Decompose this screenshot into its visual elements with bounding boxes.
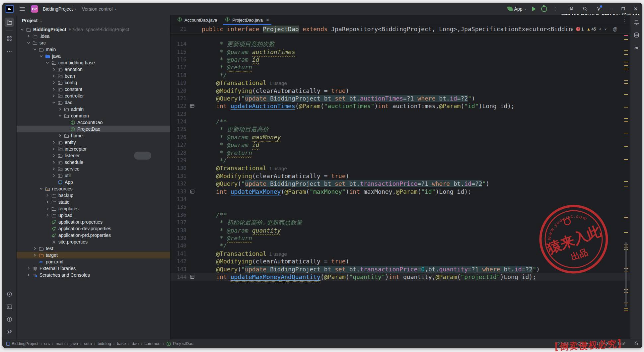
tree-item-upload[interactable]: upload (17, 212, 170, 219)
code-line-135[interactable]: 135 (171, 203, 630, 211)
jpa-query-gutter-icon[interactable] (186, 189, 198, 194)
encoding-indicator[interactable]: UTF-8 (597, 341, 608, 346)
code-line-127[interactable]: 127 * @param id (171, 141, 630, 149)
chevron-collapsed-icon[interactable] (51, 147, 57, 151)
code-line-137[interactable]: 137 * 初始化最高价,更新商品数量 (171, 219, 630, 226)
tree-item-AccountDao[interactable]: AccountDao (17, 119, 170, 126)
code-line-118[interactable]: 118 */ (171, 71, 630, 79)
tree-item-Scratches and Consoles[interactable]: Scratches and Consoles (17, 272, 170, 278)
warning-stripe-mark[interactable] (624, 69, 628, 69)
sticky-header-line[interactable]: 21 public interface ProjectDao extends J… (171, 25, 630, 34)
warning-stripe-mark[interactable] (624, 94, 628, 95)
maven-tool-icon[interactable]: m (632, 43, 641, 52)
close-button[interactable]: ✕ (633, 6, 638, 12)
indent-indicator[interactable]: Tab* (617, 341, 625, 346)
breadcrumb-item-dao[interactable]: dao (132, 341, 139, 346)
code-line-142[interactable]: 142 @Modifying(clearAutomatically = true… (171, 257, 630, 265)
caret-position[interactable]: 21:18 (558, 341, 569, 346)
project-tool-icon[interactable] (5, 18, 14, 27)
notifications-bell-icon[interactable] (632, 18, 641, 27)
tree-item-annotion[interactable]: annotion (17, 66, 170, 73)
chevron-collapsed-icon[interactable] (44, 194, 50, 197)
editor-tab-AccountDao.java[interactable]: AccountDao.java (173, 15, 221, 25)
warning-stripe-mark[interactable] (624, 83, 628, 84)
code-line-114[interactable]: 114 * 更新项目竞拍次数 (171, 40, 630, 48)
debug-button[interactable] (541, 6, 547, 12)
more-tool-windows-icon[interactable]: ⋯ (5, 46, 14, 56)
tree-item-application-dev.properties[interactable]: application-dev.properties (17, 225, 170, 232)
chevron-expanded-icon[interactable] (19, 28, 25, 31)
chevron-collapsed-icon[interactable] (51, 68, 57, 71)
code-line-141[interactable]: 141 @Transactional 1 usage (171, 250, 630, 257)
project-panel-header[interactable]: Project ⌄ (17, 15, 170, 26)
project-selector[interactable]: BiddingProject⌄ (43, 6, 77, 12)
run-button[interactable] (532, 7, 536, 11)
error-count-badge[interactable]: !1 (576, 27, 584, 32)
chevron-expanded-icon[interactable] (57, 114, 63, 117)
code-line-139[interactable]: 139 * @return (171, 234, 630, 242)
tree-item-dao[interactable]: dao (17, 99, 170, 106)
breadcrumb-item-src[interactable]: src (44, 341, 50, 346)
tree-item-App[interactable]: App (17, 179, 170, 185)
chevron-collapsed-icon[interactable] (57, 134, 63, 137)
tree-item-site.properties[interactable]: site.properties (17, 239, 170, 245)
tree-item-External Libraries[interactable]: External Libraries (17, 265, 170, 272)
run-tool-icon[interactable] (5, 289, 14, 299)
tree-item-java[interactable]: java (17, 53, 170, 59)
warning-stripe-mark[interactable] (624, 54, 628, 55)
tree-item-bean[interactable]: bean (17, 73, 170, 79)
code-line-140[interactable]: 140 */ (171, 242, 630, 249)
tree-item-BiddingProject[interactable]: BiddingProjectE:\idea_space\BiddingProje… (17, 26, 170, 33)
structure-tool-icon[interactable] (5, 34, 14, 43)
chevron-collapsed-icon[interactable] (26, 35, 32, 38)
ai-assistant-icon[interactable]: @ (610, 27, 617, 32)
chevron-expanded-icon[interactable] (38, 187, 44, 190)
code-line-117[interactable]: 117 * @return (171, 63, 630, 71)
code-line-131[interactable]: 131 @Modifying(clearAutomatically = true… (171, 172, 630, 180)
version-control-tool-icon[interactable] (5, 327, 14, 336)
warning-stripe-mark[interactable] (624, 39, 628, 40)
tree-item-config[interactable]: config (17, 79, 170, 86)
tree-item-service[interactable]: service (17, 166, 170, 172)
problems-tool-icon[interactable] (5, 315, 14, 324)
chevron-collapsed-icon[interactable] (51, 81, 57, 84)
tree-item-home[interactable]: home (17, 132, 170, 139)
breadcrumb-item-java[interactable]: java (70, 341, 78, 346)
code-line-144[interactable]: 144 int updateMaxMoneyAndQuantity(@Param… (171, 273, 630, 281)
maximize-button[interactable]: ❐ (621, 7, 625, 11)
warning-stripe-mark[interactable] (624, 118, 628, 119)
warning-stripe-mark[interactable] (624, 186, 628, 186)
code-line-133[interactable]: 133 int updateMaxMoney(@Param("maxMoney"… (171, 187, 630, 195)
warning-stripe-mark[interactable] (624, 107, 628, 107)
breadcrumb-item-BiddingProject[interactable]: BiddingProject (6, 341, 38, 346)
tree-item-templates[interactable]: templates (17, 205, 170, 212)
code-line-143[interactable]: 143 @Query("update BiddingProject bt set… (171, 265, 630, 273)
code-line-129[interactable]: 129 */ (171, 157, 630, 164)
tree-item-resources[interactable]: resources (17, 185, 170, 192)
breadcrumb-item-common[interactable]: common (145, 341, 161, 346)
tree-item-com.bidding.base[interactable]: com.bidding.base (17, 59, 170, 66)
chevron-collapsed-icon[interactable] (51, 161, 57, 164)
code-line-116[interactable]: 116 * @param id (171, 56, 630, 63)
profile-icon[interactable] (569, 6, 574, 11)
chevron-collapsed-icon[interactable] (32, 247, 38, 250)
database-tool-icon[interactable] (632, 30, 641, 39)
tree-item-static[interactable]: static (17, 199, 170, 205)
warning-stripe-mark[interactable] (624, 146, 628, 147)
chevron-collapsed-icon[interactable] (51, 154, 57, 157)
run-configuration-selector[interactable]: App ⌄ (508, 6, 527, 12)
code-line-124[interactable]: 124 /** (171, 118, 630, 125)
chevron-collapsed-icon[interactable] (51, 167, 57, 171)
tree-item-backup[interactable]: backup (17, 192, 170, 199)
code-line-132[interactable]: 132 @Query("update BiddingProject bt set… (171, 180, 630, 187)
tree-item-test[interactable]: test (17, 245, 170, 252)
tree-item-target[interactable]: target (17, 252, 170, 258)
tree-item-main[interactable]: main (17, 46, 170, 53)
warning-stripe-mark[interactable] (624, 181, 628, 182)
chevron-collapsed-icon[interactable] (44, 207, 50, 210)
chevron-collapsed-icon[interactable] (26, 267, 32, 270)
more-actions-button[interactable]: ⋮ (552, 6, 558, 12)
code-line-138[interactable]: 138 * @param quantity (171, 226, 630, 234)
tree-item-ProjectDao[interactable]: ProjectDao (17, 126, 170, 132)
breadcrumb-item-base[interactable]: base (117, 341, 126, 346)
